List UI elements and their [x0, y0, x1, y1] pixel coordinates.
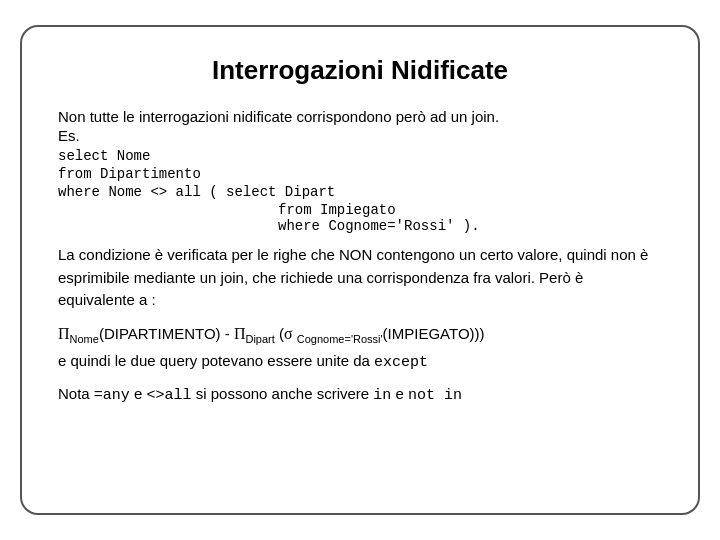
sigma-sub: Cognome='Rossi'	[297, 333, 383, 345]
body-text: La condizione è verificata per le righe …	[58, 244, 662, 312]
code-line-1: select Nome	[58, 148, 662, 164]
code-line-5: where Cognome='Rossi' ).	[58, 218, 662, 234]
nota-code-3: in	[373, 387, 391, 404]
es-label: Es.	[58, 127, 662, 144]
nota-line: Nota =any e <>all si possono anche scriv…	[58, 385, 662, 404]
sigma-symbol: σ	[284, 325, 293, 342]
pi-symbol: Π	[58, 325, 70, 342]
pi-sub-dipart: Dipart	[245, 333, 274, 345]
main-card: Interrogazioni Nidificate Non tutte le i…	[20, 25, 700, 515]
math-line: ΠNome(DIPARTIMENTO) - ΠDipart (σ Cognome…	[58, 320, 662, 349]
except-line: e quindi le due query potevano essere un…	[58, 352, 662, 371]
except-keyword: except	[374, 354, 428, 371]
pi-sub-nome: Nome	[70, 333, 99, 345]
nota-code-2: <>all	[147, 387, 192, 404]
nota-code-4: not in	[408, 387, 462, 404]
page-title: Interrogazioni Nidificate	[58, 55, 662, 86]
intro-text: Non tutte le interrogazioni nidificate c…	[58, 108, 662, 125]
code-line-2: from Dipartimento	[58, 166, 662, 182]
nota-code-1: =any	[94, 387, 130, 404]
code-line-4: from Impiegato	[58, 202, 662, 218]
code-line-3: where Nome <> all ( select Dipart	[58, 184, 662, 200]
pi-symbol-2: Π	[234, 325, 246, 342]
